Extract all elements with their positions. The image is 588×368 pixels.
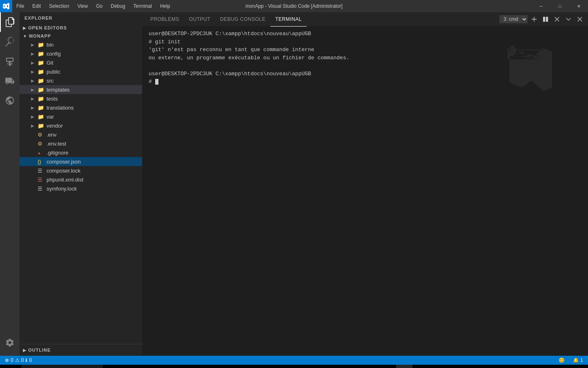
tab-problems[interactable]: PROBLEMS [145, 12, 184, 27]
menu-edit[interactable]: Edit [28, 0, 45, 12]
tree-item-vendor[interactable]: ▶ 📁 vendor [20, 121, 142, 130]
tree-item-bin[interactable]: ▶ 📁 bin [20, 40, 142, 49]
kill-terminal-button[interactable] [552, 14, 562, 24]
taskbar-app-obs[interactable] [413, 365, 430, 368]
search-button[interactable]: Rechercher [21, 365, 103, 368]
taskbar-app-opera[interactable] [276, 365, 292, 368]
menu-go[interactable]: Go [92, 0, 107, 12]
menu-selection[interactable]: Selection [45, 0, 73, 12]
collapse-panel-button[interactable] [564, 14, 573, 24]
taskbar-app-folder[interactable] [345, 365, 361, 368]
tree-item-env-test[interactable]: ⚙ .env.test [20, 139, 142, 148]
terminal-line-2: # git init [149, 38, 581, 46]
tree-item-composer-json[interactable]: {} composer.json [20, 157, 142, 166]
statusbar-errors[interactable]: ⊗ 0 ⚠ 0 ℹ 0 [3, 357, 33, 363]
env-file-icon: ⚙ [38, 141, 45, 147]
tree-label: tests [47, 96, 58, 102]
activity-search[interactable] [0, 32, 20, 52]
sidebar: EXPLORER ▶ OPEN EDITORS ▼ MONAPP ▶ 📁 bin… [20, 12, 142, 356]
tree-label: composer.json [47, 159, 81, 165]
titlebar: File Edit Selection View Go Debug Termin… [0, 0, 588, 12]
taskbar-app-edge[interactable] [190, 365, 207, 368]
maximize-button[interactable]: □ [550, 0, 569, 12]
monapp-section[interactable]: ▼ MONAPP [20, 32, 142, 40]
tree-item-git[interactable]: ▶ 📁 Git [20, 58, 142, 67]
statusbar-notification[interactable]: 🔔 1 [571, 357, 585, 363]
tree-item-tests[interactable]: ▶ 📁 tests [20, 94, 142, 103]
activity-extensions[interactable] [0, 71, 20, 91]
statusbar-right: 😊 🔔 1 [557, 357, 585, 363]
open-editors-section[interactable]: ▶ OPEN EDITORS [20, 24, 142, 32]
tab-output[interactable]: OUTPUT [184, 12, 215, 27]
system-tray: ∧ [499, 365, 557, 368]
terminal-content[interactable]: user@DESKTOP-2PDC3UK C:\xampp\htdocs\nou… [142, 27, 588, 356]
taskbar-app-gitkraken[interactable] [379, 365, 395, 368]
menu-view[interactable]: View [73, 0, 92, 12]
taskbar-app-heidisql[interactable] [362, 365, 378, 368]
terminal-line-7: # [149, 78, 581, 86]
activity-explorer[interactable] [0, 12, 20, 32]
folder-icon: 📁 [38, 51, 45, 57]
folder-icon: 📁 [38, 60, 45, 66]
new-terminal-button[interactable] [529, 14, 539, 24]
split-terminal-button[interactable] [541, 14, 550, 24]
tree-item-gitignore[interactable]: ⬥ .gitignore [20, 148, 142, 157]
close-button[interactable]: ✕ [569, 0, 588, 12]
tree-label: src [47, 78, 53, 84]
tab-debug-console[interactable]: DEBUG CONSOLE [215, 12, 270, 27]
lock-file-icon: ☰ [38, 168, 45, 174]
tree-item-composer-lock[interactable]: ☰ composer.lock [20, 166, 142, 175]
menu-bar: File Edit Selection View Go Debug Termin… [12, 0, 174, 12]
tree-item-src[interactable]: ▶ 📁 src [20, 76, 142, 85]
menu-terminal[interactable]: Terminal [129, 0, 156, 12]
taskbar-app-terminal[interactable] [310, 365, 327, 368]
statusbar-left: ⊗ 0 ⚠ 0 ℹ 0 [3, 357, 33, 363]
tree-item-config[interactable]: ▶ 📁 config [20, 49, 142, 58]
statusbar-smiley[interactable]: 😊 [557, 357, 566, 363]
menu-help[interactable]: Help [156, 0, 174, 12]
taskbar-app-vlc[interactable]: ▶ [242, 365, 258, 368]
taskbar-app-word[interactable]: W [293, 365, 310, 368]
taskbar-app-thunderbird[interactable] [259, 365, 275, 368]
terminal-line-4: ou externe, un programme exécutable ou u… [149, 54, 581, 62]
taskbar-app-vscode[interactable] [396, 365, 412, 368]
close-panel-button[interactable] [575, 14, 585, 24]
outline-header[interactable]: ▶ OUTLINE [20, 346, 142, 354]
terminal-line-3: 'git' n'est pas reconnu en tant que comm… [149, 46, 581, 54]
tree-item-symfony-lock[interactable]: ☰ symfony.lock [20, 184, 142, 193]
tree-item-public[interactable]: ▶ 📁 public [20, 67, 142, 76]
tree-item-templates[interactable]: ▶ 📁 templates [20, 85, 142, 94]
terminal-cursor [155, 79, 158, 85]
tree-item-translations[interactable]: ▶ 📁 translations [20, 103, 142, 112]
taskbar-app-store[interactable] [207, 365, 224, 368]
tray-notification[interactable] [543, 365, 557, 368]
tree-arrow: ▶ [31, 70, 38, 74]
menu-file[interactable]: File [12, 0, 28, 12]
folder-icon: 📁 [38, 96, 45, 102]
activity-remote[interactable] [0, 91, 20, 110]
tree-label: .gitignore [47, 150, 68, 156]
terminal-selector[interactable]: 3: cmd [499, 15, 528, 23]
tree-label: symfony.lock [47, 186, 77, 192]
tray-arrow[interactable]: ∧ [499, 365, 512, 368]
start-button[interactable] [3, 365, 20, 368]
tree-item-env[interactable]: ⚙ .env [20, 130, 142, 139]
activity-settings[interactable] [0, 333, 20, 352]
tray-volume[interactable] [529, 365, 542, 368]
terminal-line-6: user@DESKTOP-2PDC3UK C:\xampp\htdocs\nou… [149, 70, 581, 78]
folder-icon: 📁 [38, 105, 45, 111]
task-view-button[interactable] [105, 365, 121, 368]
window-title: monApp - Visual Studio Code [Administrat… [245, 3, 343, 9]
activity-source-control[interactable] [0, 52, 20, 71]
tree-item-phpunit[interactable]: ☰ phpunit.xml.dist [20, 175, 142, 184]
menu-debug[interactable]: Debug [107, 0, 129, 12]
minimize-button[interactable]: ─ [532, 0, 550, 12]
taskbar-app-chrome[interactable] [225, 365, 241, 368]
taskbar-app-explorer[interactable] [327, 365, 344, 368]
tray-network[interactable] [514, 365, 527, 368]
tree-item-var[interactable]: ▶ 📁 var [20, 112, 142, 121]
tree-arrow: ▶ [31, 79, 38, 83]
tree-label: .env.test [47, 141, 66, 147]
xml-file-icon: ☰ [38, 177, 45, 183]
tab-terminal[interactable]: TERMINAL [270, 12, 307, 27]
